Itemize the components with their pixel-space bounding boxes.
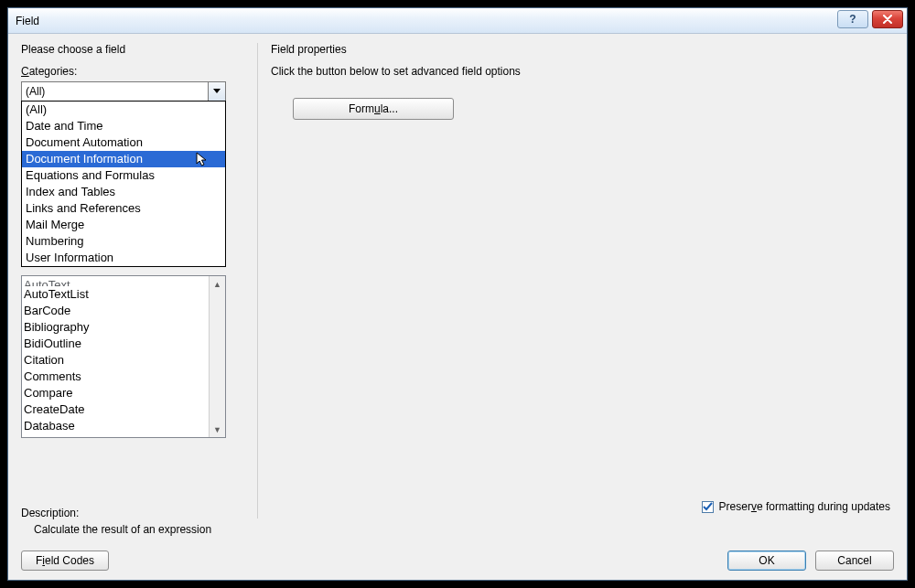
instruction-text: Click the button below to set advanced f… <box>271 65 894 78</box>
combobox-value: (All) <box>26 85 45 98</box>
list-item[interactable]: AutoTextList <box>24 286 223 303</box>
list-item[interactable]: Citation <box>24 352 223 369</box>
list-item[interactable]: BidiOutline <box>24 336 223 352</box>
list-item[interactable]: Compare <box>24 385 223 401</box>
chevron-down-icon[interactable] <box>208 82 225 101</box>
dropdown-item[interactable]: User Information <box>22 250 225 266</box>
close-button[interactable] <box>872 10 903 28</box>
dropdown-item[interactable]: Equations and Formulas <box>22 167 225 184</box>
divider <box>257 43 258 519</box>
preserve-formatting-checkbox[interactable]: Preserve formatting during updates <box>702 500 890 513</box>
field-dialog: Field ? Please choose a field Catego <box>7 7 908 581</box>
titlebar[interactable]: Field ? <box>8 8 907 34</box>
dropdown-item[interactable]: Numbering <box>22 233 225 250</box>
scrollbar[interactable]: ▲ ▼ <box>209 276 225 437</box>
field-codes-button[interactable]: Field Codes <box>21 551 109 571</box>
dropdown-item[interactable]: (All) <box>22 102 225 118</box>
dropdown-item[interactable]: Links and References <box>22 200 225 217</box>
dropdown-item[interactable]: Document Automation <box>22 134 225 151</box>
list-item[interactable]: AutoText <box>24 277 223 286</box>
preserve-formatting-label: Preserve formatting during updates <box>719 500 890 513</box>
formula-button[interactable]: Formula... <box>293 98 454 120</box>
description-label: Description: <box>21 507 211 519</box>
checkbox-icon[interactable] <box>702 501 714 513</box>
categories-label: Categories: <box>21 65 244 78</box>
close-icon <box>882 15 893 24</box>
list-item[interactable]: Database <box>24 418 223 434</box>
scroll-down-icon[interactable]: ▼ <box>210 422 225 437</box>
cancel-button[interactable]: Cancel <box>815 551 894 571</box>
categories-dropdown: (All)Date and TimeDocument AutomationDoc… <box>21 101 226 267</box>
field-properties-heading: Field properties <box>271 43 894 56</box>
dropdown-item[interactable]: Date and Time <box>22 118 225 134</box>
field-names-listbox[interactable]: AutoText AutoTextListBarCodeBibliography… <box>21 275 226 438</box>
description-text: Calculate the result of an expression <box>21 523 211 536</box>
categories-combobox[interactable]: (All) <box>21 81 226 102</box>
ok-button[interactable]: OK <box>727 551 806 571</box>
help-icon: ? <box>849 13 856 26</box>
list-item[interactable]: Bibliography <box>24 319 223 336</box>
list-item[interactable]: BarCode <box>24 303 223 319</box>
dropdown-item[interactable]: Document Information <box>22 151 225 167</box>
dropdown-item[interactable]: Index and Tables <box>22 184 225 200</box>
list-item[interactable]: Comments <box>24 369 223 385</box>
window-title: Field <box>16 15 39 27</box>
list-item[interactable]: CreateDate <box>24 401 223 418</box>
help-button[interactable]: ? <box>837 10 868 28</box>
scroll-up-icon[interactable]: ▲ <box>210 276 225 292</box>
dropdown-item[interactable]: Mail Merge <box>22 217 225 233</box>
choose-field-heading: Please choose a field <box>21 43 244 56</box>
